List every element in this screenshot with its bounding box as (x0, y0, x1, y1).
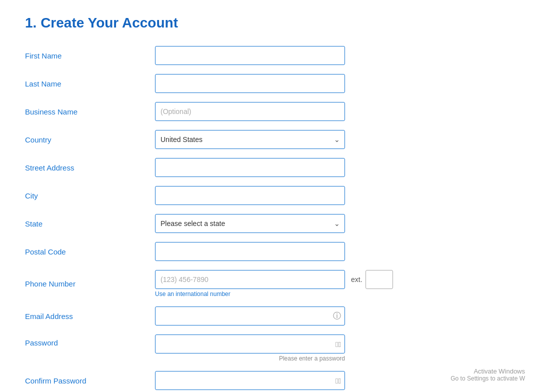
activate-windows-subtitle: Go to Settings to activate W (450, 375, 525, 382)
state-select[interactable]: Please select a state Alabama Alaska Ari… (155, 214, 345, 233)
email-input-wrapper: ⓘ (155, 306, 345, 326)
postal-code-input[interactable] (155, 242, 345, 261)
last-name-label: Last Name (25, 80, 155, 88)
confirm-password-label: Confirm Password (25, 376, 155, 385)
city-label: City (25, 192, 155, 200)
eye-off-icon[interactable]: 👁︎⃠ (336, 340, 341, 348)
password-label: Password (25, 334, 155, 347)
first-name-label: First Name (25, 52, 155, 60)
password-input[interactable] (155, 334, 345, 354)
email-address-label: Email Address (25, 312, 155, 320)
postal-code-row: Postal Code (25, 242, 515, 261)
state-label: State (25, 220, 155, 228)
city-row: City (25, 186, 515, 205)
first-name-row: First Name (25, 46, 515, 65)
confirm-password-wrapper: 👁︎⃠ (155, 371, 345, 390)
city-input[interactable] (155, 186, 345, 205)
last-name-row: Last Name (25, 74, 515, 93)
postal-code-label: Postal Code (25, 248, 155, 256)
country-label: Country (25, 136, 155, 144)
business-name-row: Business Name (25, 102, 515, 121)
last-name-input[interactable] (155, 74, 345, 93)
windows-watermark: Activate Windows Go to Settings to activ… (450, 368, 525, 382)
password-hint: Please enter a password (155, 355, 345, 362)
business-name-input[interactable] (155, 102, 345, 121)
info-icon[interactable]: ⓘ (333, 311, 341, 322)
email-address-row: Email Address ⓘ (25, 306, 515, 326)
confirm-password-input[interactable] (155, 371, 345, 390)
email-address-input[interactable] (155, 306, 345, 326)
country-select[interactable]: United States Canada Mexico United Kingd… (155, 130, 345, 149)
phone-number-row: Phone Number ext. Use an international n… (25, 270, 515, 298)
ext-label: ext. (351, 276, 362, 284)
phone-number-label: Phone Number (25, 280, 155, 288)
first-name-input[interactable] (155, 46, 345, 65)
page-title: 1. Create Your Account (25, 15, 515, 31)
country-select-wrapper: United States Canada Mexico United Kingd… (155, 130, 345, 149)
international-number-link[interactable]: Use an international number (155, 290, 393, 298)
street-address-label: Street Address (25, 164, 155, 172)
confirm-password-row: Confirm Password 👁︎⃠ (25, 371, 515, 390)
business-name-label: Business Name (25, 108, 155, 116)
password-section: 👁︎⃠ Please enter a password (155, 334, 345, 362)
ext-input[interactable] (366, 270, 393, 289)
state-select-wrapper: Please select a state Alabama Alaska Ari… (155, 214, 345, 233)
ext-wrapper: ext. (351, 270, 393, 289)
phone-section: ext. Use an international number (155, 270, 393, 298)
state-row: State Please select a state Alabama Alas… (25, 214, 515, 233)
country-row: Country United States Canada Mexico Unit… (25, 130, 515, 149)
street-address-row: Street Address (25, 158, 515, 177)
password-input-wrapper: 👁︎⃠ (155, 334, 345, 354)
street-address-input[interactable] (155, 158, 345, 177)
password-row: Password 👁︎⃠ Please enter a password (25, 334, 515, 362)
phone-number-input[interactable] (155, 270, 345, 289)
confirm-eye-off-icon[interactable]: 👁︎⃠ (336, 376, 341, 385)
activate-windows-text: Activate Windows (450, 368, 525, 375)
